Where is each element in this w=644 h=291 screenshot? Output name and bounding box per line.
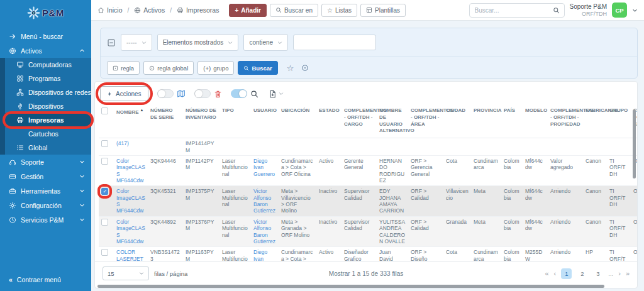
chevron-down-icon [79,188,85,194]
column-header-comp_propiedad[interactable]: COMPLEMENTOS - ORF/TDH - PROPIEDAD [548,104,583,138]
column-header-provincia[interactable]: PROVINCIA [471,104,501,138]
cell-usuario[interactable]: Diego Ivan Guerrero [251,155,279,185]
column-header-comp_cargo[interactable]: COMPLEMENTOS - ORF/TDH - CARGO [341,104,377,138]
cell-ubicacion: Meta > Villavicencio > ORF Molino [279,186,316,216]
cell-nombre[interactable]: Color ImageCLASS MF644Cdw [114,216,148,246]
table-row: Color ImageCLASS MF644Cdw3QK94446IMP1142… [99,155,637,185]
cell-nombre[interactable]: Color ImageCLASS MF644Cdw [114,155,148,185]
sidebar-item-menu-buscar[interactable]: Menú - buscar [0,29,91,43]
column-header-modelo[interactable]: MODELO [523,104,548,138]
app-logo[interactable]: P&M [0,0,91,25]
column-header-ciudad[interactable]: CIUDAD [443,104,471,138]
breadcrumb-impresoras[interactable]: Impresoras [177,6,219,14]
search-in-button[interactable]: Buscar en [270,4,318,17]
target-icon[interactable] [301,64,309,72]
cell-nombre[interactable]: (417) [114,138,148,156]
sidebar-item-gestion[interactable]: Gestión [0,169,91,184]
column-header-numero_inventario[interactable]: NÚMERO DE INVENTARIO [183,104,219,138]
breadcrumb-inicio[interactable]: Inicio [97,6,123,14]
group-button[interactable]: (+) grupo [197,61,234,75]
column-header-pais[interactable]: PAÍS [501,104,523,138]
cell-usuario[interactable]: Victor Alfonso Baron Gutierrez [251,186,279,216]
cell-usuario_alternativo [377,138,408,156]
criteria-value-input[interactable] [293,35,376,50]
sidebar-item-dispositivos[interactable]: Dispositivos [5,99,91,113]
search-button[interactable]: Buscar [238,61,277,75]
row-checkbox-3[interactable] [101,219,108,226]
avatar[interactable]: CP [612,3,627,18]
collapse-criteria-button[interactable] [107,38,116,47]
search-icon[interactable] [553,7,560,14]
column-header-usuario_alternativo[interactable]: NOMBRE DE USUARIO ALTERNATIVO [377,104,408,138]
select-all-checkbox[interactable] [101,107,108,114]
cell-comp_area [408,138,443,156]
sidebar-item-soporte[interactable]: Soporte [0,155,91,169]
column-header-estado[interactable]: ESTADO [316,104,341,138]
cell-modelo [523,138,548,156]
sidebar-item-activos[interactable]: Activos [0,43,91,58]
cell-nombre[interactable]: Color ImageCLASS MF644Cdw [114,186,148,216]
map-icon [177,89,186,98]
topbar-actions: + Añadir Buscar en ☆ Listas Plantillas [229,4,406,17]
templates-button[interactable]: Plantillas [360,4,406,17]
row-checkbox-4[interactable] [101,249,108,256]
bookmark-star-icon[interactable]: ☆ [287,63,294,73]
column-header-nombre[interactable]: NOMBRE▲ [114,104,148,138]
prev-page-button[interactable]: ‹ [554,270,557,277]
column-header-grupo[interactable]: GRUPO [607,104,631,138]
page-1-button[interactable]: 1 [561,268,572,279]
page-2-button[interactable]: 2 [577,268,587,279]
page-3-button[interactable]: 3 [592,268,603,279]
first-page-button[interactable]: « [545,270,548,277]
cell-ciudad: Villavicencio [443,186,471,216]
cell-provincia: Cundinamarca [471,155,501,185]
cell-usuario[interactable]: Victor Alfonso Baron Gutierrez [251,216,279,246]
global-search-input[interactable] [469,3,565,18]
criteria-link-select[interactable]: ----- [121,34,152,51]
horizontal-scrollbar[interactable] [97,285,604,288]
next-page-button[interactable]: › [618,270,621,277]
search-toggle[interactable] [231,89,247,98]
trash-toggle[interactable] [194,89,211,98]
rows-per-page-select[interactable]: 15 [103,266,149,280]
add-button[interactable]: + Añadir [229,4,267,17]
sidebar-item-configuracion[interactable]: Configuración [0,198,91,212]
sidebar-collapse-button[interactable]: « Contraer menú [0,268,91,291]
criteria-field-select[interactable]: Elementos mostrados [157,34,239,51]
chevron-down-icon [279,91,284,96]
column-header-usuario[interactable]: USUARIO [251,104,279,138]
breadcrumb-activos[interactable]: Activos [134,6,165,14]
export-button[interactable] [269,90,284,98]
sidebar-item-dispositivos-de-redes[interactable]: Dispositivos de redes [5,85,91,99]
chevron-down-icon[interactable] [632,8,638,13]
sidebar-item-cartuchos[interactable]: Cartuchos [5,127,91,141]
lists-button[interactable]: ☆ Listas [321,4,357,17]
column-header-numero_serie[interactable]: NÚMERO DE SERIE [148,104,183,138]
user-name: Soporte P&M [570,3,607,11]
sidebar-item-impresoras[interactable]: Impresoras [5,113,91,127]
vertical-scrollbar[interactable] [633,109,636,178]
rule-button[interactable]: regla [107,61,140,75]
chevron-down-icon [79,159,85,165]
cell-comp_propiedad: Arriendo [548,186,583,216]
actions-button[interactable]: Acciones [100,86,148,101]
last-page-button[interactable]: » [626,270,630,277]
sidebar-item-servicios-pym[interactable]: Servicios P&M [0,212,91,227]
criteria-operator-select[interactable]: contiene [243,34,288,51]
map-toggle[interactable] [157,89,174,98]
row-checkbox-1[interactable] [101,158,108,165]
column-header-tipo[interactable]: TIPO [219,104,251,138]
cell-fabricante [583,138,607,156]
row-checkbox-0[interactable] [101,140,108,147]
sidebar-item-computadoras[interactable]: Computadoras [5,58,91,72]
row-checkbox-2[interactable] [101,188,108,195]
sidebar-item-herramientas[interactable]: Herramientas [0,184,91,198]
column-header-ubicacion[interactable]: UBICACIÓN [279,104,316,138]
sidebar-item-global[interactable]: Global [5,141,91,155]
column-header-fabricante[interactable]: FABRICANTE [583,104,607,138]
breadcrumb-separator: / [128,7,130,14]
search-icon [275,7,282,13]
cell-comp_empresa: ORF [631,216,637,246]
sidebar-item-programas[interactable]: Programas [5,72,91,85]
global-rule-button[interactable]: regla global [143,61,194,75]
